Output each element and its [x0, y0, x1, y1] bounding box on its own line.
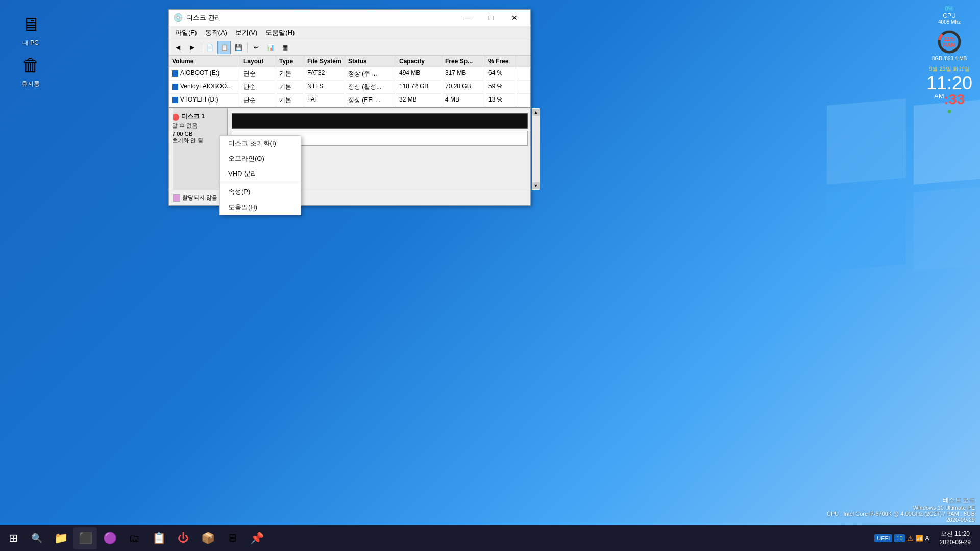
- desktop: 🖥 내 PC 🗑 휴지통 0% CPU 4008 Mhz 11% RAM: [0, 0, 980, 551]
- window-controls: ─ □ ✕: [456, 10, 526, 26]
- time-sec: :33: [944, 92, 965, 107]
- vol-status-3: 정상 (EFI ...: [345, 94, 396, 107]
- menu-action[interactable]: 동작(A): [201, 27, 231, 39]
- disk-status-indicator: [172, 114, 179, 121]
- vol-free-1: 317 MB: [442, 67, 485, 80]
- taskbar-power[interactable]: ⏻: [172, 527, 195, 549]
- header-pct: % Free: [485, 56, 516, 67]
- time-ampm-row: AM :33: [926, 92, 972, 107]
- taskbar-pin[interactable]: 📌: [245, 527, 268, 549]
- window-titlebar: 💿 디스크 관리 ─ □ ✕: [169, 10, 530, 26]
- taskbar-file-explorer[interactable]: 📁: [49, 527, 72, 549]
- vol-layout-3: 단순: [240, 94, 276, 107]
- clock-time: 오전 11:20: [940, 530, 971, 538]
- toolbar-forward[interactable]: ▶: [185, 41, 199, 54]
- ram-widget: 11% RAM 8GB /893.4 MB: [932, 29, 967, 61]
- uefi-num-badge: 10: [894, 534, 904, 542]
- toolbar-btn3[interactable]: 💾: [232, 41, 245, 54]
- legend-label-unallocated: 할당되지 않음: [182, 194, 217, 202]
- right-scrollbar[interactable]: ▲ ▼: [532, 108, 540, 190]
- recycle-bin-icon: 🗑: [18, 53, 43, 78]
- cpu-widget: 0% CPU 4008 Mhz: [938, 5, 961, 25]
- vol-name-2: Ventoy+AIOBOO...: [169, 81, 240, 93]
- recycle-bin-label: 휴지통: [21, 80, 40, 88]
- vol-name-1: AIOBOOT (E:): [169, 67, 240, 80]
- toolbar-back[interactable]: ◀: [171, 41, 184, 54]
- header-capacity: Capacity: [396, 56, 442, 67]
- header-volume: Volume: [169, 56, 240, 67]
- menu-view[interactable]: 보기(V): [231, 27, 261, 39]
- taskbar-monitor[interactable]: 🖥: [220, 527, 244, 549]
- table-row[interactable]: AIOBOOT (E:) 단순 기본 FAT32 정상 (주 ... 494 M…: [169, 67, 530, 81]
- vol-status-1: 정상 (주 ...: [345, 67, 396, 80]
- toolbar-btn5[interactable]: 📊: [264, 41, 277, 54]
- vol-cap-3: 32 MB: [396, 94, 442, 107]
- disk-status-label: 초기화 안 됨: [172, 137, 224, 144]
- taskbar-notepad[interactable]: 📋: [147, 527, 170, 549]
- vol-free-3: 4 MB: [442, 94, 485, 107]
- taskbar-app-purple[interactable]: 🟣: [98, 527, 121, 549]
- toolbar-btn4[interactable]: ↩: [250, 41, 263, 54]
- toolbar-btn6[interactable]: ▦: [278, 41, 291, 54]
- vol-pct-2: 59 %: [485, 81, 516, 93]
- minimize-button[interactable]: ─: [456, 10, 479, 26]
- vol-cap-1: 494 MB: [396, 67, 442, 80]
- taskbar-cmd[interactable]: ⬛: [74, 527, 97, 549]
- volume-list: Volume Layout Type File System Status Ca…: [169, 56, 530, 108]
- vol-type-1: 기본: [276, 67, 304, 80]
- header-layout: Layout: [240, 56, 276, 67]
- system-info-panel: 테스트 모드 Windows 10 Ultimate PE CPU : Inte…: [827, 496, 975, 523]
- taskbar: ⊞ 🔍 📁 ⬛ 🟣 🗂 📋 ⏻ 📦 🖥 📌 UEFI 10 ⚠ 📶 A: [0, 525, 980, 551]
- build-date-label: 2020-09-29: [827, 517, 975, 523]
- taskbar-system-tray: UEFI 10 ⚠ 📶 A 오전 11:20 2020-09-29: [871, 525, 980, 551]
- search-button[interactable]: 🔍: [27, 525, 47, 551]
- start-button[interactable]: ⊞: [0, 525, 27, 551]
- datetime-widget: 9월 29일 화요일 11:20 AM :33 ●: [926, 65, 972, 116]
- table-row[interactable]: Ventoy+AIOBOO... 단순 기본 NTFS 정상 (활성... 11…: [169, 81, 530, 94]
- maximize-button[interactable]: □: [479, 10, 503, 26]
- header-filesystem: File System: [304, 56, 345, 67]
- system-clock[interactable]: 오전 11:20 2020-09-29: [935, 530, 976, 547]
- ctx-vhd-detach[interactable]: VHD 분리: [220, 166, 301, 182]
- ctx-help[interactable]: 도움말(H): [220, 199, 301, 215]
- menu-file[interactable]: 파일(F): [171, 27, 201, 39]
- ram-circle: 11% RAM: [937, 29, 962, 55]
- time-hm: 11:20: [926, 74, 972, 92]
- scroll-indicator: [169, 108, 173, 190]
- desktop-icon-my-pc[interactable]: 🖥 내 PC: [10, 10, 51, 49]
- desktop-icon-recycle-bin[interactable]: 🗑 휴지통: [10, 51, 51, 90]
- menubar: 파일(F) 동작(A) 보기(V) 도움말(H): [169, 26, 530, 39]
- taskbar-items: 📁 ⬛ 🟣 🗂 📋 ⏻ 📦 🖥 📌: [47, 525, 871, 551]
- context-menu: 디스크 초기화(I) 오프라인(O) VHD 분리 속성(P) 도움말(H): [219, 135, 301, 215]
- toolbar-btn2[interactable]: 📋: [217, 41, 231, 54]
- close-button[interactable]: ✕: [503, 10, 526, 26]
- table-row[interactable]: VTOYEFI (D:) 단순 기본 FAT 정상 (EFI ... 32 MB…: [169, 94, 530, 107]
- cpu-label: CPU: [943, 12, 955, 19]
- vol-indicator-1: [172, 70, 178, 77]
- notification-icons: UEFI 10 ⚠ 📶 A: [871, 534, 932, 542]
- toolbar-btn1[interactable]: 📄: [203, 41, 216, 54]
- disk-info-panel: 디스크 1 알 수 없음 7.00 GB 초기화 안 됨: [169, 108, 228, 190]
- toolbar-sep-1: [201, 42, 201, 53]
- window-icon: 💿: [173, 13, 183, 22]
- tray-warning-icon: ⚠: [907, 534, 914, 542]
- toolbar-sep-2: [247, 42, 248, 53]
- scroll-down-btn[interactable]: ▼: [532, 182, 540, 189]
- header-type: Type: [276, 56, 304, 67]
- scroll-up-btn[interactable]: ▲: [532, 109, 540, 116]
- menu-help[interactable]: 도움말(H): [261, 27, 299, 39]
- ctx-offline[interactable]: 오프라인(O): [220, 151, 301, 166]
- cpu-info-label: CPU : Intel Core i7-6700K @ 4.00GHz (2C2…: [827, 511, 975, 517]
- taskbar-pkg[interactable]: 📦: [196, 527, 219, 549]
- ctx-properties[interactable]: 속성(P): [220, 184, 301, 199]
- vol-indicator-3: [172, 97, 178, 103]
- cpu-mhz: 4008 Mhz: [938, 19, 961, 25]
- vol-fs-1: FAT32: [304, 67, 345, 80]
- taskbar-explorer[interactable]: 🗂: [122, 527, 146, 549]
- ctx-separator-1: [220, 183, 301, 183]
- my-pc-icon: 🖥: [18, 12, 43, 37]
- disk-sub-label: 알 수 없음: [172, 122, 224, 130]
- vol-type-3: 기본: [276, 94, 304, 107]
- ctx-initialize[interactable]: 디스크 초기화(I): [220, 136, 301, 151]
- vol-free-2: 70.20 GB: [442, 81, 485, 93]
